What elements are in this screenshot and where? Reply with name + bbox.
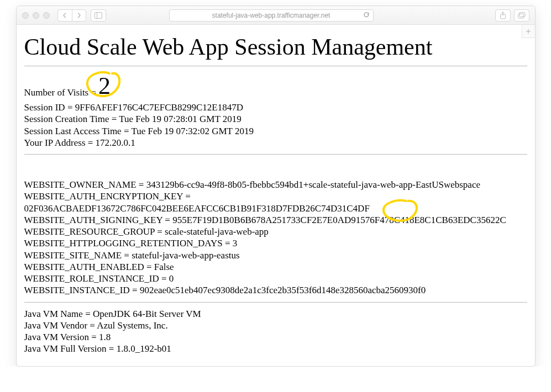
close-window-button[interactable] bbox=[22, 12, 29, 19]
jvm-full-label: Java VM Full Version = bbox=[24, 343, 117, 354]
env-auth-label: WEBSITE_AUTH_ENABLED = bbox=[24, 262, 154, 272]
reload-icon[interactable] bbox=[363, 12, 370, 20]
nav-group bbox=[57, 9, 86, 22]
session-last: Tue Feb 19 07:32:02 GMT 2019 bbox=[131, 126, 254, 136]
env-rg: scale-stateful-java-web-app bbox=[165, 226, 269, 237]
traffic-lights bbox=[22, 12, 50, 19]
address-bar[interactable]: stateful-java-web-app.trafficmanager.net bbox=[169, 9, 374, 22]
env-sign-label: WEBSITE_AUTH_SIGNING_KEY = bbox=[24, 215, 173, 225]
env-role-label: WEBSITE_ROLE_INSTANCE_ID = bbox=[24, 273, 169, 284]
divider bbox=[24, 66, 527, 66]
session-created: Tue Feb 19 07:28:01 GMT 2019 bbox=[119, 114, 242, 124]
env-role: 0 bbox=[169, 273, 174, 284]
session-info: Session ID = 9FF6AFEF176C4C7EFCB8299C12E… bbox=[24, 102, 527, 149]
env-log-label: WEBSITE_HTTPLOGGING_RETENTION_DAYS = bbox=[24, 238, 233, 248]
jvm-vendor-label: Java VM Vendor = bbox=[24, 320, 97, 331]
session-id: 9FF6AFEF176C4C7EFCB8299C12E1847D bbox=[75, 102, 243, 113]
tabs-button[interactable] bbox=[514, 9, 529, 22]
svg-rect-4 bbox=[519, 12, 525, 17]
visits-line: Number of Visits = 2 bbox=[24, 74, 527, 98]
visits-value: 2 bbox=[98, 74, 111, 98]
env-sign: 955E7F19D1B0B6B678A251733CF2E7E0AD91576F… bbox=[172, 215, 506, 225]
env-info: WEBSITE_OWNER_NAME = 343129b6-cc9a-49f8-… bbox=[24, 179, 527, 296]
session-last-label: Session Last Access Time = bbox=[24, 126, 132, 136]
visits-label: Number of Visits = bbox=[24, 87, 97, 98]
env-log: 3 bbox=[233, 238, 238, 248]
page-title: Cloud Scale Web App Session Management bbox=[24, 34, 527, 60]
minimize-window-button[interactable] bbox=[33, 12, 39, 19]
env-site: stateful-java-web-app-eastus bbox=[132, 250, 239, 261]
url-text: stateful-java-web-app.trafficmanager.net bbox=[212, 12, 330, 19]
env-auth: False bbox=[154, 262, 174, 272]
right-tools bbox=[495, 9, 529, 22]
jvm-name: OpenJDK 64-Bit Server VM bbox=[93, 309, 201, 319]
jvm-name-label: Java VM Name = bbox=[24, 309, 93, 319]
jvm-info: Java VM Name = OpenJDK 64-Bit Server VM … bbox=[24, 308, 527, 355]
ip-label: Your IP Address = bbox=[24, 137, 96, 148]
env-encrypt-label: WEBSITE_AUTH_ENCRYPTION_KEY = bbox=[24, 191, 191, 202]
share-button[interactable] bbox=[495, 9, 511, 22]
env-site-label: WEBSITE_SITE_NAME = bbox=[24, 250, 132, 261]
browser-window: stateful-java-web-app.trafficmanager.net… bbox=[16, 6, 536, 367]
back-button[interactable] bbox=[57, 9, 72, 22]
env-encrypt: 02F036ACBAEDF13672C786FC042BEE6EAFCC6CB1… bbox=[24, 203, 370, 214]
forward-button[interactable] bbox=[72, 9, 86, 22]
env-owner-label: WEBSITE_OWNER_NAME = bbox=[24, 179, 146, 190]
titlebar: stateful-java-web-app.trafficmanager.net bbox=[17, 6, 535, 25]
svg-rect-3 bbox=[518, 14, 523, 18]
divider bbox=[24, 302, 527, 303]
env-rg-label: WEBSITE_RESOURCE_GROUP = bbox=[24, 226, 165, 237]
sidebar-toggle-button[interactable] bbox=[91, 9, 106, 22]
divider bbox=[24, 154, 527, 155]
jvm-vendor: Azul Systems, Inc. bbox=[97, 320, 167, 331]
session-created-label: Session Creation Time = bbox=[24, 114, 119, 124]
page-content: Cloud Scale Web App Session Management N… bbox=[17, 25, 535, 366]
zoom-window-button[interactable] bbox=[43, 12, 50, 19]
session-id-label: Session ID = bbox=[24, 102, 75, 113]
svg-rect-0 bbox=[95, 12, 102, 18]
jvm-ver: 1.8 bbox=[99, 332, 111, 342]
env-inst-label: WEBSITE_INSTANCE_ID = bbox=[24, 285, 140, 295]
env-inst: 902eae0c51eb407ec9308de2a1c3fce2b35f53f6… bbox=[140, 285, 426, 295]
ip-value: 172.20.0.1 bbox=[96, 137, 135, 148]
env-owner: 343129b6-cc9a-49f8-8b05-fbebbc594bd1+sca… bbox=[146, 179, 480, 190]
jvm-full: 1.8.0_192-b01 bbox=[117, 343, 171, 354]
jvm-ver-label: Java VM Version = bbox=[24, 332, 99, 342]
